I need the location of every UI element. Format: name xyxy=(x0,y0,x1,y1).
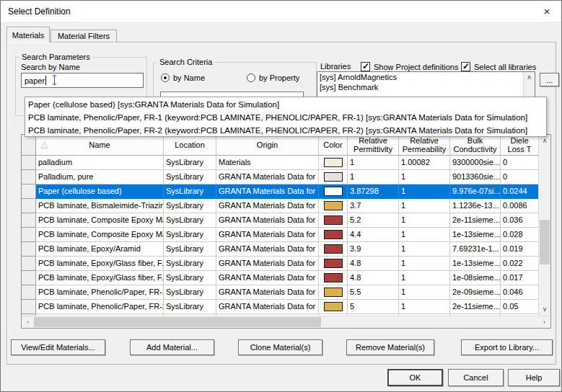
header-cell-relative-permeability[interactable]: RelativePermeability xyxy=(399,135,450,156)
row-selector-cell[interactable] xyxy=(22,271,36,285)
row-selector-cell[interactable] xyxy=(22,257,36,271)
cell-relative-permeability[interactable]: 1 xyxy=(399,271,450,285)
cell-bulk-conductivity[interactable]: 9.976e-07si... xyxy=(450,184,501,199)
cell-dielectric-loss[interactable]: 0 xyxy=(501,170,538,184)
cell-dielectric-loss[interactable]: 0.022 xyxy=(501,257,538,271)
select-all-libraries-checkbox[interactable] xyxy=(461,62,470,71)
horizontal-scrollbar-thumb[interactable] xyxy=(34,317,321,327)
radio-by-property-label[interactable]: by Property xyxy=(259,74,299,82)
cell-relative-permittivity[interactable]: 1 xyxy=(348,170,399,184)
table-row[interactable]: PCB laminate, Epoxy/Glass fiber, F... Sy… xyxy=(22,271,538,285)
row-selector-cell[interactable] xyxy=(22,300,36,314)
scroll-left-icon[interactable]: ‹ xyxy=(22,316,33,327)
cell-dielectric-loss[interactable]: 0.0244 xyxy=(501,184,538,199)
ok-button[interactable]: OK xyxy=(387,369,443,386)
remove-materials-button[interactable]: Remove Material(s) xyxy=(346,339,434,355)
table-row[interactable]: PCB laminate, Epoxy/Aramid SysLibrary GR… xyxy=(22,242,538,257)
cell-name[interactable]: PCB laminate, Phenolic/Paper, FR-2 xyxy=(36,300,164,314)
browse-libraries-button[interactable]: ... xyxy=(540,73,559,86)
autocomplete-item[interactable]: PCB laminate, Phenolic/Paper, FR-1 (keyw… xyxy=(25,111,546,124)
scroll-right-icon[interactable]: › xyxy=(539,316,550,327)
header-cell-dielectric-loss-tangent[interactable]: DieleLoss T xyxy=(501,135,538,156)
cell-color[interactable] xyxy=(319,300,348,314)
cell-relative-permittivity[interactable]: 4.8 xyxy=(348,257,399,271)
cell-name[interactable]: PCB laminate, Composite Epoxy Ma... xyxy=(36,228,164,242)
header-cell-name[interactable]: △ Name xyxy=(36,135,164,156)
cell-name[interactable]: PCB laminate, Epoxy/Glass fiber, F... xyxy=(36,271,164,285)
clone-materials-button[interactable]: Clone Material(s) xyxy=(238,339,322,355)
autocomplete-item[interactable]: Paper (cellulose based) [sys:GRANTA Mate… xyxy=(25,98,546,111)
cell-location[interactable]: SysLibrary xyxy=(164,257,216,271)
cell-location[interactable]: SysLibrary xyxy=(164,285,216,300)
table-row[interactable]: PCB laminate, Epoxy/Glass fiber, F... Sy… xyxy=(22,257,538,271)
cell-location[interactable]: SysLibrary xyxy=(164,271,216,285)
vertical-scrollbar[interactable]: ∧ ∨ xyxy=(538,135,550,316)
cell-name[interactable]: PCB laminate, Epoxy/Glass fiber, F... xyxy=(36,257,164,271)
cell-bulk-conductivity[interactable]: 1e-13sieme... xyxy=(450,228,501,242)
cell-relative-permittivity[interactable]: 5.2 xyxy=(348,213,399,228)
row-selector-cell[interactable] xyxy=(22,156,36,170)
cell-relative-permittivity[interactable]: 5 xyxy=(348,300,399,314)
cell-origin[interactable]: GRANTA Materials Data for ... xyxy=(216,271,319,285)
autocomplete-item[interactable]: PCB laminate, Phenolic/Paper, FR-2 (keyw… xyxy=(25,124,546,137)
cell-origin[interactable]: GRANTA Materials Data for ... xyxy=(216,213,319,228)
row-selector-cell[interactable] xyxy=(22,228,36,242)
cell-relative-permittivity[interactable]: 1 xyxy=(348,156,399,170)
cell-relative-permittivity[interactable]: 4.8 xyxy=(348,271,399,285)
cell-location[interactable]: SysLibrary xyxy=(164,228,216,242)
cell-relative-permeability[interactable]: 1 xyxy=(399,228,450,242)
cell-origin[interactable]: GRANTA Materials Data for ... xyxy=(216,257,319,271)
row-selector-cell[interactable] xyxy=(22,199,36,213)
tab-material-filters[interactable]: Material Filters xyxy=(51,30,117,42)
table-row[interactable]: PCB laminate, Phenolic/Paper, FR-1 SysLi… xyxy=(22,285,538,300)
cell-location[interactable]: SysLibrary xyxy=(164,156,216,170)
cell-color[interactable] xyxy=(319,213,348,228)
cell-color[interactable] xyxy=(319,257,348,271)
cell-relative-permittivity[interactable]: 4.4 xyxy=(348,228,399,242)
cell-dielectric-loss[interactable]: 0.046 xyxy=(501,285,538,300)
cell-bulk-conductivity[interactable]: 2e-11sieme... xyxy=(450,213,501,228)
cell-name[interactable]: PCB laminate, Phenolic/Paper, FR-1 xyxy=(36,285,164,300)
cell-name[interactable]: PCB laminate, Bismaleimide-Triazine xyxy=(36,199,164,213)
cell-bulk-conductivity[interactable]: 7.69231e-1... xyxy=(450,242,501,257)
cell-relative-permittivity[interactable]: 5.5 xyxy=(348,285,399,300)
cell-relative-permeability[interactable]: 1 xyxy=(399,170,450,184)
cell-name[interactable]: palladium xyxy=(36,156,164,170)
radio-by-name-label[interactable]: by Name xyxy=(173,74,205,82)
cell-name[interactable]: Paper (cellulose based) xyxy=(36,184,164,199)
header-cell-origin[interactable]: Origin xyxy=(216,135,319,156)
cell-color[interactable] xyxy=(319,228,348,242)
cell-origin[interactable]: GRANTA Materials Data for ... xyxy=(216,199,319,213)
radio-by-name[interactable] xyxy=(161,74,170,82)
help-button[interactable]: Help xyxy=(508,369,560,386)
cell-relative-permeability[interactable]: 1 xyxy=(399,300,450,314)
cell-relative-permeability[interactable]: 1 xyxy=(399,213,450,228)
cell-relative-permeability[interactable]: 1.00082 xyxy=(399,156,450,170)
horizontal-scrollbar[interactable]: ‹ › xyxy=(22,316,550,328)
cell-color[interactable] xyxy=(319,170,348,184)
cell-origin[interactable]: GRANTA Materials Data for ... xyxy=(216,228,319,242)
cell-origin[interactable]: Materials xyxy=(216,156,319,170)
tab-materials[interactable]: Materials xyxy=(6,27,50,43)
scroll-up-icon[interactable]: ∧ xyxy=(524,72,535,83)
cell-origin[interactable]: GRANTA Materials Data for ... xyxy=(216,285,319,300)
header-cell-relative-permittivity[interactable]: RelativePermittivity xyxy=(348,135,399,156)
row-selector-cell[interactable] xyxy=(22,184,36,199)
cell-color[interactable] xyxy=(319,156,348,170)
cell-bulk-conductivity[interactable]: 2e-11sieme... xyxy=(450,300,501,314)
cell-bulk-conductivity[interactable]: 1.1236e-13... xyxy=(450,199,501,213)
cell-dielectric-loss[interactable]: 0.028 xyxy=(501,228,538,242)
cell-color[interactable] xyxy=(319,184,348,199)
row-selector-cell[interactable] xyxy=(22,170,36,184)
cell-relative-permeability[interactable]: 1 xyxy=(399,285,450,300)
cell-color[interactable] xyxy=(319,285,348,300)
table-row[interactable]: Paper (cellulose based) SysLibrary GRANT… xyxy=(22,184,538,199)
cell-location[interactable]: SysLibrary xyxy=(164,242,216,257)
cell-location[interactable]: SysLibrary xyxy=(164,184,216,199)
cell-dielectric-loss[interactable]: 0.0086 xyxy=(501,199,538,213)
cell-color[interactable] xyxy=(319,271,348,285)
cell-dielectric-loss[interactable]: 0 xyxy=(501,156,538,170)
cell-location[interactable]: SysLibrary xyxy=(164,170,216,184)
row-selector-cell[interactable] xyxy=(22,285,36,300)
cell-relative-permeability[interactable]: 1 xyxy=(399,184,450,199)
